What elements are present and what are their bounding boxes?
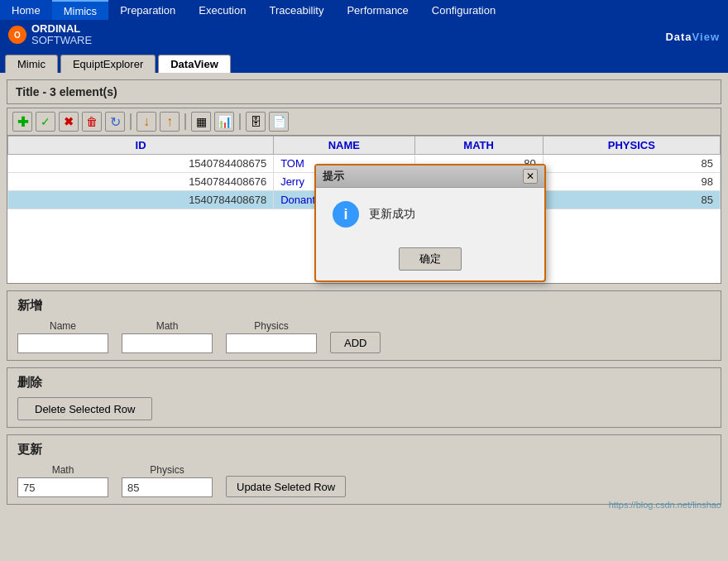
- nav-configuration[interactable]: Configuration: [420, 0, 507, 20]
- col-header-id: ID: [8, 137, 274, 155]
- physics-label: Physics: [226, 320, 317, 332]
- delete-selected-row-button[interactable]: Delete Selected Row: [17, 397, 152, 420]
- update-physics-input[interactable]: [122, 477, 213, 497]
- physics-field-group: Physics: [226, 320, 317, 353]
- update-physics-field-group: Physics: [122, 464, 213, 497]
- add-button[interactable]: ADD: [330, 332, 381, 353]
- delete2-button[interactable]: 🗑: [82, 112, 102, 132]
- update-section: 更新 Math Physics Update Seleted Row: [7, 434, 721, 505]
- cell-id-0: 1540784408675: [8, 155, 274, 173]
- db-button[interactable]: 🗄: [246, 112, 266, 132]
- logo-text: ORDINAL SOFTWARE: [31, 23, 92, 47]
- download-button[interactable]: ↓: [136, 112, 156, 132]
- dialog-ok-button[interactable]: 确定: [399, 247, 462, 271]
- dialog-box: 提示 ✕ i 更新成功 确定: [314, 164, 546, 282]
- title-panel: Title - 3 element(s): [7, 79, 721, 104]
- check-button[interactable]: ✓: [36, 112, 55, 132]
- logo-bar: O ORDINAL SOFTWARE DataView: [0, 20, 728, 50]
- physics-input[interactable]: [226, 333, 317, 353]
- name-label: Name: [17, 320, 108, 332]
- delete-button[interactable]: ✖: [59, 112, 79, 132]
- app-title: DataView: [665, 24, 720, 46]
- math-label: Math: [122, 320, 213, 332]
- logo-icon: O: [8, 26, 26, 44]
- cell-physics-0: 85: [543, 155, 720, 173]
- chart-button[interactable]: 📊: [214, 112, 234, 132]
- nav-traceability[interactable]: Traceability: [257, 0, 335, 20]
- main-content: Title - 3 element(s) ✚ ✓ ✖ 🗑 ↻ ↓ ↑ ▦ 📊 🗄…: [0, 73, 728, 511]
- update-math-label: Math: [17, 464, 108, 476]
- add-section-row: Name Math Physics ADD: [17, 320, 711, 353]
- math-input[interactable]: [122, 333, 213, 353]
- table-header-row: ID NAME MATH PHYSICS: [8, 137, 721, 155]
- nav-execution[interactable]: Execution: [187, 0, 257, 20]
- add-section-title: 新增: [17, 298, 711, 314]
- dialog-body: i 更新成功: [316, 188, 544, 241]
- delete-section: 删除 Delete Selected Row: [7, 367, 721, 428]
- dialog-close-button[interactable]: ✕: [523, 169, 538, 184]
- dialog-titlebar: 提示 ✕: [316, 165, 544, 188]
- tab-dataview[interactable]: DataView: [158, 55, 231, 73]
- cell-physics-1: 98: [543, 173, 720, 191]
- dialog-info-icon: i: [333, 201, 359, 228]
- name-input[interactable]: [17, 333, 108, 353]
- update-section-row: Math Physics Update Seleted Row: [17, 464, 711, 497]
- nav-home[interactable]: Home: [0, 0, 52, 20]
- col-header-name: NAME: [274, 137, 414, 155]
- update-math-field-group: Math: [17, 464, 108, 497]
- top-navigation: Home Mimics Preparation Execution Tracea…: [0, 0, 728, 20]
- refresh-button[interactable]: ↻: [105, 112, 125, 132]
- update-physics-label: Physics: [122, 464, 213, 476]
- toolbar-separator3: [239, 113, 241, 130]
- cell-id-1: 1540784408676: [8, 173, 274, 191]
- dialog-footer: 确定: [316, 241, 544, 280]
- doc-button[interactable]: 📄: [269, 112, 289, 132]
- dialog-message: 更新成功: [369, 207, 415, 222]
- cell-physics-2: 85: [543, 191, 720, 209]
- toolbar: ✚ ✓ ✖ 🗑 ↻ ↓ ↑ ▦ 📊 🗄 📄: [7, 108, 721, 135]
- tab-equiptexplorer[interactable]: EquiptExplorer: [60, 55, 156, 73]
- update-selected-row-button[interactable]: Update Seleted Row: [226, 476, 346, 497]
- grid-button[interactable]: ▦: [191, 112, 211, 132]
- tab-mimic[interactable]: Mimic: [5, 55, 58, 73]
- delete-section-title: 删除: [17, 375, 711, 391]
- add-button[interactable]: ✚: [12, 112, 32, 132]
- toolbar-separator2: [184, 113, 186, 130]
- name-field-group: Name: [17, 320, 108, 353]
- sub-navigation: Mimic EquiptExplorer DataView: [0, 50, 728, 73]
- upload-button[interactable]: ↑: [160, 112, 180, 132]
- nav-performance[interactable]: Performance: [335, 0, 419, 20]
- nav-mimics[interactable]: Mimics: [52, 0, 108, 20]
- col-header-math: MATH: [414, 137, 543, 155]
- update-math-input[interactable]: [17, 477, 108, 497]
- toolbar-separator: [130, 113, 132, 130]
- col-header-physics: PHYSICS: [543, 137, 720, 155]
- add-section: 新增 Name Math Physics ADD: [7, 290, 721, 361]
- nav-preparation[interactable]: Preparation: [108, 0, 187, 20]
- watermark: https://blog.csdn.net/linshao: [609, 500, 721, 510]
- dialog-title: 提示: [323, 169, 344, 184]
- math-field-group: Math: [122, 320, 213, 353]
- dialog-overlay: 提示 ✕ i 更新成功 确定: [314, 164, 546, 282]
- cell-id-2: 1540784408678: [8, 191, 274, 209]
- logo-area: O ORDINAL SOFTWARE: [8, 23, 92, 47]
- update-section-title: 更新: [17, 442, 711, 458]
